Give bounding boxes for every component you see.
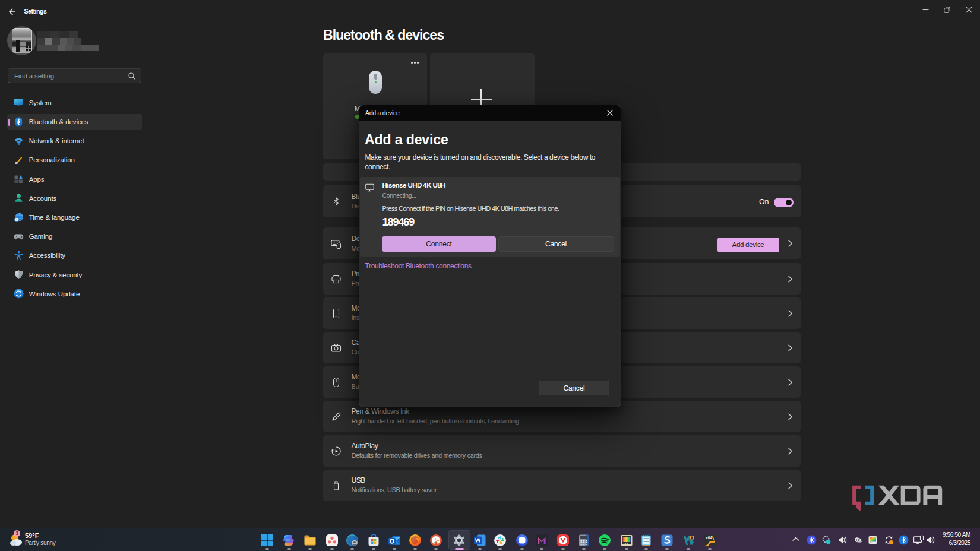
svg-text:x64: x64 — [706, 536, 712, 540]
